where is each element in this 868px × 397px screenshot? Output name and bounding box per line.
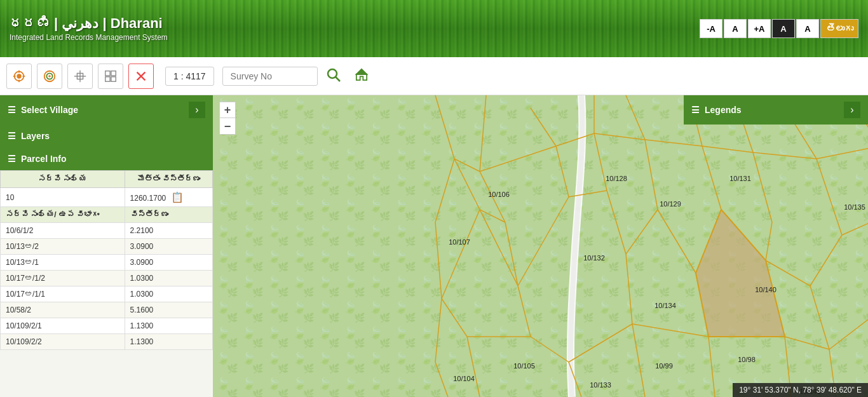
survey-sub-number: 10/17అ/1/2 [1, 271, 125, 286]
home-btn[interactable] [349, 63, 374, 89]
tool-target-btn[interactable] [6, 64, 32, 89]
sub-area-value: 1.1300 [125, 318, 212, 334]
parcel-info-header[interactable]: ☰ Parcel Info [0, 147, 213, 170]
search-icon [326, 67, 341, 83]
select-village-label: Select Village [21, 105, 78, 115]
app-subtitle: Integrated Land Records Management Syste… [10, 33, 168, 42]
svg-text:10/131: 10/131 [729, 175, 751, 182]
svg-rect-13 [111, 71, 116, 75]
svg-point-18 [328, 69, 337, 78]
parcel-table: సర్వే సంఖ్య మొత్తం విస్తీర్ణం 101260.170… [0, 170, 213, 350]
list-icon-layers: ☰ [8, 131, 16, 141]
tool-layers-btn[interactable] [37, 64, 62, 89]
select-village-header[interactable]: ☰ Select Village › [0, 95, 213, 124]
font-active-btn[interactable]: A [772, 19, 795, 38]
legends-panel: ☰ Legends › [684, 95, 868, 124]
font-a-btn[interactable]: A [796, 19, 819, 38]
font-normal-btn[interactable]: A [724, 19, 747, 38]
survey-input[interactable] [222, 67, 318, 86]
legends-header[interactable]: ☰ Legends › [684, 95, 868, 124]
zoom-in-btn[interactable]: + [219, 102, 236, 118]
svg-text:10/104: 10/104 [453, 375, 475, 382]
copy-icon[interactable]: 📋 [171, 192, 184, 203]
font-decrease-btn[interactable]: -A [700, 19, 722, 38]
table-row: 10/17అ/1/21.0300 [1, 271, 213, 286]
coordinates-text: 19° 31' 53.370" N, 78° 39' 48.620" E [739, 386, 862, 394]
sub-header-col2: విస్తీర్ణం [125, 207, 212, 223]
select-village-nav-btn[interactable]: › [189, 102, 205, 118]
tool-crosshair-btn[interactable] [67, 64, 93, 89]
svg-text:10/140: 10/140 [755, 286, 776, 293]
app-title: ధరణి | دهرني | Dharani [10, 15, 168, 32]
home-icon [353, 66, 370, 84]
list-icon-parcel: ☰ [8, 154, 16, 164]
zoom-out-btn[interactable]: − [219, 118, 236, 135]
sub-area-value: 3.0900 [125, 255, 212, 271]
font-increase-btn[interactable]: +A [748, 19, 771, 38]
sub-area-value: 2.2100 [125, 223, 212, 239]
table-row: 10/13అ/23.0900 [1, 239, 213, 255]
survey-sub-number: 10/13అ/2 [1, 239, 125, 255]
header: ధరణి | دهرني | Dharani Integrated Land R… [0, 0, 868, 57]
survey-sub-number: 10/109/2/1 [1, 318, 125, 334]
svg-text:10/107: 10/107 [449, 238, 470, 246]
svg-point-1 [17, 74, 21, 78]
sub-header-col1: సర్వే సంఖ్య/ ఉప విభాగం [1, 207, 125, 223]
grid-icon [104, 69, 118, 83]
coordinates-bar: 19° 31' 53.370" N, 78° 39' 48.620" E [733, 383, 868, 397]
sub-area-value: 5.1600 [125, 302, 212, 318]
list-icon-village: ☰ [8, 105, 16, 115]
svg-text:10/98: 10/98 [738, 356, 756, 363]
sub-area-value: 1.0300 [125, 286, 212, 302]
svg-text:10/135: 10/135 [844, 203, 865, 211]
toolbar: 1 : 4117 [0, 57, 868, 95]
svg-text:10/134: 10/134 [654, 302, 676, 309]
svg-text:10/129: 10/129 [660, 200, 681, 208]
svg-text:10/105: 10/105 [513, 362, 535, 370]
table-row: 10/6/1/22.2100 [1, 223, 213, 239]
table-row: 10/58/25.1600 [1, 302, 213, 318]
table-sub-header: సర్వే సంఖ్య/ ఉప విభాగంవిస్తీర్ణం [1, 207, 213, 223]
layers-label: Layers [21, 131, 50, 141]
left-panel: ☰ Select Village › ☰ Layers ☰ Parcel Inf… [0, 95, 213, 397]
svg-rect-15 [111, 76, 116, 81]
parcel-info-label: Parcel Info [21, 154, 67, 164]
tool-grid-btn[interactable] [98, 64, 123, 89]
svg-text:10/132: 10/132 [583, 254, 605, 262]
svg-rect-12 [105, 71, 110, 75]
parcel-col1-header: సర్వే సంఖ్య [1, 171, 125, 188]
map-area[interactable]: 🍃 🌿 [213, 95, 868, 397]
table-row: 10/109/2/21.1300 [1, 334, 213, 350]
parcel-col2-header: మొత్తం విస్తీర్ణం [125, 171, 212, 188]
svg-text:10/128: 10/128 [606, 175, 627, 182]
font-controls: -A A +A A A తెలుగు [700, 19, 858, 38]
main-content: ☰ Select Village › ☰ Layers ☰ Parcel Inf… [0, 95, 868, 397]
survey-sub-number: 10/6/1/2 [1, 223, 125, 239]
map-background: 🍃 🌿 [213, 95, 868, 397]
sub-area-value: 1.0300 [125, 271, 212, 286]
search-btn[interactable] [323, 64, 344, 88]
survey-sub-number: 10/58/2 [1, 302, 125, 318]
svg-text:10/133: 10/133 [590, 381, 611, 389]
svg-line-19 [336, 77, 340, 81]
svg-rect-14 [105, 76, 110, 81]
legends-nav-btn[interactable]: › [844, 102, 860, 118]
layers-header[interactable]: ☰ Layers [0, 124, 213, 147]
list-icon-legends: ☰ [691, 105, 700, 115]
close-icon [134, 69, 148, 83]
legends-label: Legends [705, 105, 742, 115]
zoom-controls: + − [219, 102, 236, 135]
table-row: 10/109/2/11.1300 [1, 318, 213, 334]
survey-sub-number: 10/109/2/2 [1, 334, 125, 350]
area-cell: 1260.1700 📋 [125, 188, 212, 207]
table-row: 10/13అ/13.0900 [1, 255, 213, 271]
telugu-btn[interactable]: తెలుగు [820, 19, 858, 38]
layers-tool-icon [43, 69, 57, 83]
scale-display: 1 : 4117 [165, 67, 214, 86]
tool-close-btn[interactable] [128, 64, 154, 89]
svg-text:10/106: 10/106 [488, 191, 510, 198]
sub-area-value: 1.1300 [125, 334, 212, 350]
target-icon [12, 69, 26, 83]
survey-sub-number: 10/17అ/1/1 [1, 286, 125, 302]
table-row: 10/17అ/1/11.0300 [1, 286, 213, 302]
